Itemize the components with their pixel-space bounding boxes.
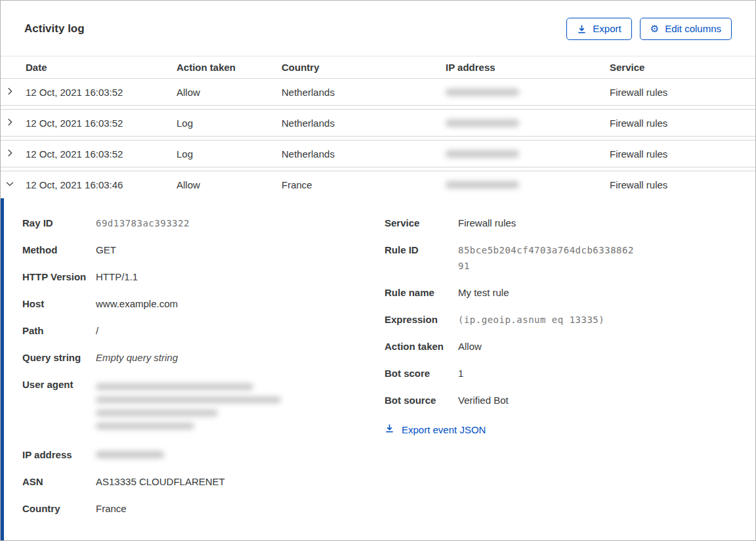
redacted-ip-blur [446,181,519,188]
cell-ip-redacted [446,118,610,129]
cell-date: 12 Oct, 2021 16:03:46 [26,179,177,190]
detail-row-asn: ASN AS13335 CLOUDFLARENET [22,474,385,490]
redacted-ip-blur [446,119,519,127]
field-label: Rule ID [385,242,458,274]
chevron-right-icon [5,148,14,160]
cell-service: Firewall rules [610,148,755,160]
cell-date: 12 Oct, 2021 16:03:52 [26,118,177,129]
detail-row-path: Path / [22,323,385,339]
cell-action-taken: Log [177,118,282,129]
field-value: GET [96,242,116,258]
edit-columns-button[interactable]: ⚙ Edit columns [640,18,732,40]
chevron-right-icon [5,87,14,98]
field-label: Path [22,323,96,339]
table-row[interactable]: 12 Oct, 2021 16:03:52 Allow Netherlands … [1,78,755,106]
detail-row-query-string: Query string Empty query string [22,350,385,366]
field-value: France [96,501,127,517]
field-value: Verified Bot [458,393,509,408]
cell-ip-redacted [446,148,610,160]
cell-action-taken: Allow [177,87,282,98]
field-label: Host [22,296,96,312]
event-detail-panel: Ray ID 69d13783ac393322 Method GET HTTP … [1,198,755,541]
detail-row-rule-name: Rule name My test rule [385,285,755,301]
expand-row-button[interactable] [1,118,26,129]
table-row[interactable]: 12 Oct, 2021 16:03:52 Log Netherlands Fi… [1,109,755,137]
page-title: Activity log [24,22,85,35]
field-label: Country [22,501,96,517]
cell-service: Firewall rules [610,118,755,129]
field-value: www.example.com [96,296,178,312]
detail-row-rule-id: Rule ID 85bce5b204cf4703a764dcb633886291 [385,242,755,274]
field-value: My test rule [458,285,509,301]
download-icon [385,423,394,435]
detail-right-column: Service Firewall rules Rule ID 85bce5b20… [385,215,755,528]
cell-ip-redacted [446,87,610,98]
cell-action-taken: Allow [177,179,282,190]
detail-row-user-agent: User agent [22,377,385,436]
detail-row-host: Host www.example.com [22,296,385,312]
cell-country: Netherlands [282,87,446,98]
detail-row-service: Service Firewall rules [385,215,755,231]
header-bar: Activity log Export ⚙ Edit columns [1,1,755,56]
redacted-text-blur [96,423,194,429]
field-label: Bot score [385,366,458,381]
column-header-service[interactable]: Service [610,62,755,73]
redacted-ip-blur [446,89,519,96]
export-event-json-link[interactable]: Export event JSON [385,423,486,435]
field-label: HTTP Version [22,269,96,285]
column-header-action-taken[interactable]: Action taken [177,62,282,73]
detail-row-bot-source: Bot source Verified Bot [385,393,755,408]
table-row-expanded[interactable]: 12 Oct, 2021 16:03:46 Allow France Firew… [1,171,755,198]
field-label: Service [385,215,458,231]
expand-row-button[interactable] [1,87,26,98]
cell-date: 12 Oct, 2021 16:03:52 [26,148,177,160]
export-button[interactable]: Export [566,18,631,40]
field-label: Ray ID [22,215,96,231]
field-value: Allow [458,339,482,355]
cell-service: Firewall rules [610,87,755,98]
field-label: IP address [22,447,96,463]
cell-date: 12 Oct, 2021 16:03:52 [26,87,177,98]
field-label: Rule name [385,285,458,301]
column-header-date[interactable]: Date [26,62,177,73]
field-label: ASN [22,474,96,490]
collapse-row-button[interactable] [1,179,26,190]
toolbar: Export ⚙ Edit columns [566,18,732,40]
gear-icon: ⚙ [650,24,659,34]
redacted-text-blur [96,383,253,390]
field-label: Bot source [385,393,458,408]
field-value: 85bce5b204cf4703a764dcb633886291 [458,242,635,274]
field-value: Firewall rules [458,215,516,231]
export-button-label: Export [593,23,621,35]
field-label: Query string [22,350,96,366]
field-value: / [96,323,98,339]
field-value: HTTP/1.1 [96,269,138,285]
field-value: 1 [458,366,463,381]
chevron-right-icon [5,118,14,129]
export-event-json-label: Export event JSON [402,424,486,435]
detail-row-bot-score: Bot score 1 [385,366,755,381]
edit-columns-button-label: Edit columns [665,23,721,35]
redacted-text-blur [96,451,164,458]
table-row[interactable]: 12 Oct, 2021 16:03:52 Log Netherlands Fi… [1,140,755,167]
detail-left-column: Ray ID 69d13783ac393322 Method GET HTTP … [22,215,385,528]
detail-row-country: Country France [22,501,385,517]
activity-log-page: Activity log Export ⚙ Edit columns Date … [0,0,756,541]
cell-ip-redacted [446,179,610,190]
column-header-country[interactable]: Country [282,62,446,73]
detail-row-expression: Expression (ip.geoip.asnum eq 13335) [385,312,755,328]
detail-row-http-version: HTTP Version HTTP/1.1 [22,269,385,285]
cell-action-taken: Log [177,148,282,160]
redacted-ip [96,447,164,463]
expand-row-button[interactable] [1,148,26,160]
cell-country: Netherlands [282,148,446,160]
redacted-text-blur [96,410,218,416]
field-label: Expression [385,312,458,328]
cell-country: France [282,179,446,190]
column-header-ip-address[interactable]: IP address [446,62,610,73]
field-value: 69d13783ac393322 [96,215,190,231]
download-icon [577,24,587,34]
field-value: Empty query string [96,350,178,366]
detail-row-ray-id: Ray ID 69d13783ac393322 [22,215,385,231]
cell-service: Firewall rules [610,179,755,190]
